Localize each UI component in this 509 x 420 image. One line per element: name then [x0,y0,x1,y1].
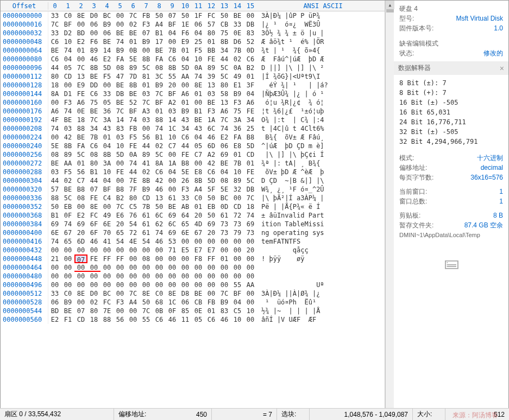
hex-byte-cell[interactable]: E8 [192,168,205,176]
offset-cell[interactable]: 0000000336 [1,194,48,202]
hex-byte-cell[interactable]: 00 [100,281,114,289]
hex-byte-cell[interactable]: B9 [61,298,74,307]
hex-byte-cell[interactable]: 00 [166,176,179,185]
hex-byte-cell[interactable]: 04 [100,142,114,150]
hex-column-header[interactable]: 8 [153,2,166,10]
vertical-scrollbar[interactable]: ▲ ▼ [385,1,394,419]
hex-byte-cell[interactable]: E2 [48,315,61,324]
offset-cell[interactable]: 0000000544 [1,307,48,315]
hex-byte-cell[interactable]: BE [127,29,140,37]
ascii-cell[interactable]: âñÍ |V UÆF ÆF [257,315,385,324]
hex-byte-cell[interactable]: 33 [231,20,244,29]
hex-byte-cell[interactable]: B1 [192,107,205,116]
ascii-cell[interactable]: |\ |] |\ þÇ¢i Í [257,150,385,159]
hex-row[interactable]: 00000004006E67206F7065726174696E67207379… [1,228,385,237]
hex-byte-cell[interactable]: 03 [48,168,61,176]
hex-row[interactable]: 0000000480000000000000000000000000000000… [1,272,385,281]
hex-byte-cell[interactable]: 52 [127,98,140,107]
hex-row[interactable]: 000000035250EB008E007CC57B50BEAB01EB0DCD… [1,202,385,211]
hex-byte-cell[interactable]: 00 [127,263,140,272]
hex-byte-cell[interactable]: 13 [218,98,231,107]
hex-byte-cell[interactable]: 13 [74,72,87,81]
hex-byte-cell[interactable]: 00 [100,246,114,254]
hex-byte-cell[interactable]: 7C [218,116,231,124]
hex-byte-cell[interactable]: 01 [192,90,205,98]
hex-byte-cell[interactable]: 46 [87,237,100,246]
hex-byte-cell[interactable]: 00 [231,263,244,272]
hex-byte-cell[interactable]: DB [114,90,127,98]
hex-byte-cell[interactable]: 00 [61,263,74,272]
hex-byte-cell[interactable]: 83 [244,29,257,37]
hex-byte-cell[interactable]: 00 [205,289,218,298]
hex-body[interactable]: 000000000033C08ED0BC007CFB5007501FFC50BE… [1,11,385,419]
hex-byte-cell[interactable]: BE [205,98,218,107]
hex-byte-cell[interactable]: E7 [205,246,218,254]
hex-byte-cell[interactable]: BE [61,185,74,194]
hex-byte-cell[interactable]: 00 [218,281,231,289]
hex-byte-cell[interactable]: 50 [48,202,61,211]
hex-byte-cell[interactable]: CD [61,72,74,81]
ascii-cell[interactable]: temFATNTFS [257,237,385,246]
hex-byte-cell[interactable]: E2 [100,55,114,63]
hex-byte-cell[interactable]: BE [87,107,100,116]
hex-byte-cell[interactable]: 4E [127,237,140,246]
hex-byte-cell[interactable]: C6 [153,315,166,324]
hex-byte-cell[interactable]: 08 [140,254,153,263]
hex-byte-cell[interactable]: DB [244,20,257,29]
hex-byte-cell[interactable]: 67 [192,228,205,237]
hex-byte-cell[interactable]: 80 [48,72,61,81]
hex-byte-cell[interactable]: 00 [205,263,218,272]
hex-byte-cell[interactable]: C0 [61,11,74,20]
hex-byte-cell[interactable]: 00 [244,237,257,246]
hex-byte-cell[interactable]: EB [61,202,74,211]
hex-byte-cell[interactable]: 00 [231,254,244,263]
hex-byte-cell[interactable]: BE [192,289,205,298]
hex-byte-cell[interactable]: 8E [192,81,205,90]
hex-byte-cell[interactable]: 00 [218,263,231,272]
ascii-cell[interactable]: Æ Fâú^|úÆ þD Æ [257,55,385,63]
ascii-cell[interactable]: |¿ ¹ ó¤¿ WË3Û [257,20,385,29]
hex-byte-cell[interactable]: 00 [100,81,114,90]
hex-byte-cell[interactable]: 00 [74,55,87,63]
hex-byte-cell[interactable]: B1 [153,133,166,142]
hex-byte-cell[interactable]: 04 [231,298,244,307]
hex-byte-cell[interactable]: 00 [100,272,114,281]
hex-row[interactable]: 0000000080C6040046E2FA5E8BFAC60410FE4402… [1,55,385,63]
hex-byte-cell[interactable]: FB [140,11,153,20]
hex-byte-cell[interactable]: 18 [87,315,100,324]
hex-byte-cell[interactable]: 00 [244,289,257,298]
hex-byte-cell[interactable]: 8B [218,37,231,46]
hex-byte-cell[interactable]: F3 [140,20,153,29]
offset-cell[interactable]: 0000000224 [1,133,48,142]
hex-byte-cell[interactable]: 73 [244,228,257,237]
hex-byte-cell[interactable]: 8B [192,176,205,185]
hex-byte-cell[interactable]: 8A [153,159,166,168]
hex-row[interactable]: 0000000560E2F1CD1888560055C6461105C64610… [1,315,385,324]
hex-byte-cell[interactable]: 3A [100,116,114,124]
hex-byte-cell[interactable]: 44 [127,168,140,176]
hex-byte-cell[interactable]: 44 [218,55,231,63]
hex-byte-cell[interactable]: 01 [100,133,114,142]
hex-byte-cell[interactable]: 69 [74,220,87,228]
ascii-cell[interactable]: 3Ò½ ¾ ¾ ± ö |u | [257,29,385,37]
close-icon[interactable]: × [500,64,504,73]
hex-byte-cell[interactable]: FE [74,90,87,98]
hex-byte-cell[interactable]: FE [244,168,257,176]
hex-column-header[interactable]: 10 [179,2,192,10]
hex-byte-cell[interactable]: 5D [100,63,114,72]
hex-byte-cell[interactable]: 5D [114,150,127,159]
hex-byte-cell[interactable]: 44 [48,176,61,185]
hex-byte-cell[interactable]: 0E [74,107,87,116]
hex-row[interactable]: 000000043200000000000000000071E5E7E70000… [1,246,385,254]
hex-byte-cell[interactable]: 5C [218,63,231,72]
hex-byte-cell[interactable]: C6 [87,90,100,98]
hex-byte-cell[interactable]: 00 [153,254,166,263]
hex-byte-cell[interactable]: 69 [205,220,218,228]
hex-byte-cell[interactable]: 46 [153,237,166,246]
offset-cell[interactable]: 0000000320 [1,185,48,194]
hex-byte-cell[interactable]: BE [87,72,100,81]
hex-byte-cell[interactable]: 0A [192,63,205,72]
hex-byte-cell[interactable]: 5C [218,72,231,81]
hex-byte-cell[interactable]: 00 [61,254,74,263]
hex-byte-cell[interactable]: 00 [231,272,244,281]
